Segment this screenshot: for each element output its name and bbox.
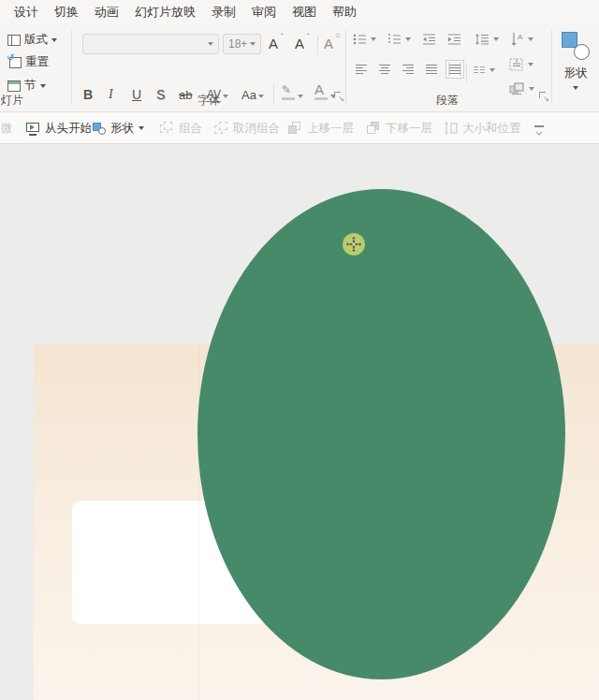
- align-center-icon: [378, 64, 391, 75]
- slideshow-play-icon: [26, 122, 40, 136]
- size-position-icon: [444, 122, 458, 135]
- align-right-button[interactable]: [402, 64, 415, 75]
- align-left-icon: [355, 64, 368, 75]
- numbering-button[interactable]: [387, 34, 411, 45]
- chevron-down-icon: [371, 37, 376, 41]
- bring-forward-button[interactable]: 上移一层: [288, 113, 354, 143]
- green-ellipse-shape[interactable]: [197, 189, 565, 679]
- menu-transitions[interactable]: 切换: [54, 4, 79, 21]
- columns-button[interactable]: [473, 66, 495, 75]
- chevron-down-icon: [573, 86, 578, 90]
- send-backward-icon: [367, 122, 381, 135]
- group-objects-icon: [160, 122, 174, 135]
- chevron-down-icon: [528, 63, 533, 66]
- shapes-toolbar-button[interactable]: 形状: [93, 113, 144, 143]
- move-cursor-icon: [342, 232, 366, 256]
- columns-icon: [473, 66, 486, 75]
- clear-formatting-button[interactable]: A⌑: [324, 32, 340, 54]
- mini-separator: [466, 64, 467, 82]
- toolbar-overflow-button[interactable]: [533, 124, 545, 135]
- chevron-down-icon: [405, 37, 411, 41]
- line-spacing-button[interactable]: [475, 34, 499, 45]
- menu-view[interactable]: 视图: [292, 4, 316, 21]
- move-cursor-indicator: [342, 232, 366, 256]
- numbering-icon: [387, 34, 402, 45]
- svg-text:A: A: [518, 33, 523, 41]
- font-name-combo[interactable]: [82, 34, 219, 54]
- ungroup-objects-icon: [214, 122, 228, 135]
- slides-group-label: 灯片: [1, 93, 23, 109]
- paragraph-group-label: 段落: [345, 93, 549, 109]
- increase-indent-button[interactable]: [447, 34, 461, 45]
- chevron-down-icon: [250, 42, 256, 46]
- paragraph-dialog-launcher[interactable]: [539, 92, 548, 101]
- text-direction-button[interactable]: A: [509, 32, 533, 47]
- chevron-down-icon: [51, 38, 57, 42]
- grow-font-button[interactable]: Aˆ: [269, 32, 284, 54]
- clipped-toolbar-label: 微: [1, 113, 14, 143]
- distribute-text-icon: [448, 63, 461, 76]
- justify-button[interactable]: [425, 64, 438, 75]
- send-backward-button[interactable]: 下移一层: [367, 113, 432, 143]
- quick-toolbar: 微 从头开始 形状 组合 取消组合: [0, 113, 599, 144]
- layout-button[interactable]: 版式: [7, 32, 57, 48]
- distribute-text-button[interactable]: [446, 60, 464, 79]
- shapes-icon: [562, 32, 590, 62]
- increase-indent-icon: [447, 34, 461, 45]
- font-group-label: 字体: [82, 93, 335, 109]
- line-spacing-icon: [475, 34, 489, 45]
- chevron-down-icon: [493, 37, 499, 41]
- ribbon: 版式 重置 节 灯片 18+ Aˆ Aˇ A⌑: [0, 24, 599, 112]
- chevron-down-icon: [528, 37, 533, 41]
- font-size-combo[interactable]: 18+: [223, 34, 261, 54]
- shapes-gallery-button[interactable]: 形状: [554, 29, 597, 108]
- decrease-indent-icon: [422, 34, 436, 45]
- align-right-icon: [402, 64, 415, 75]
- menu-animations[interactable]: 动画: [95, 4, 119, 21]
- align-text-button[interactable]: [509, 58, 533, 71]
- slide-canvas: [0, 144, 599, 700]
- bullets-icon: [353, 34, 367, 45]
- text-direction-icon: A: [509, 32, 524, 47]
- layout-icon: [7, 35, 21, 46]
- reset-icon: [7, 56, 22, 68]
- group-button[interactable]: 组合: [160, 113, 202, 143]
- ungroup-button[interactable]: 取消组合: [214, 113, 280, 143]
- chevron-down-icon: [529, 87, 534, 91]
- align-left-button[interactable]: [355, 64, 368, 75]
- menu-review[interactable]: 审阅: [252, 4, 276, 21]
- menu-help[interactable]: 帮助: [332, 4, 357, 21]
- justify-icon: [425, 64, 438, 75]
- chevron-down-icon: [40, 84, 46, 88]
- from-beginning-button[interactable]: 从头开始: [26, 113, 92, 143]
- size-position-button[interactable]: 大小和位置: [444, 113, 521, 143]
- chevron-down-icon: [208, 42, 213, 46]
- menu-design[interactable]: 设计: [14, 4, 38, 21]
- align-text-icon: [509, 58, 524, 71]
- menu-slideshow[interactable]: 幻灯片放映: [135, 4, 196, 21]
- chevron-down-icon: [139, 126, 144, 130]
- mini-separator: [317, 36, 318, 54]
- group-separator: [551, 30, 552, 103]
- group-separator: [71, 30, 72, 103]
- font-dialog-launcher[interactable]: [334, 92, 343, 101]
- chevron-down-icon: [489, 68, 495, 72]
- bring-forward-icon: [288, 122, 302, 135]
- shrink-font-button[interactable]: Aˇ: [295, 32, 310, 54]
- section-icon: [7, 80, 21, 92]
- menu-record[interactable]: 录制: [212, 4, 236, 21]
- align-center-button[interactable]: [378, 64, 391, 75]
- reset-button[interactable]: 重置: [7, 54, 49, 70]
- presentation-app-window: 设计 切换 动画 幻灯片放映 录制 审阅 视图 帮助 版式 重置 节 灯片: [0, 0, 599, 700]
- bullets-button[interactable]: [353, 34, 376, 45]
- menu-bar: 设计 切换 动画 幻灯片放映 录制 审阅 视图 帮助: [0, 0, 599, 24]
- section-button[interactable]: 节: [7, 78, 46, 94]
- decrease-indent-button[interactable]: [422, 34, 436, 45]
- shapes-icon: [93, 123, 106, 135]
